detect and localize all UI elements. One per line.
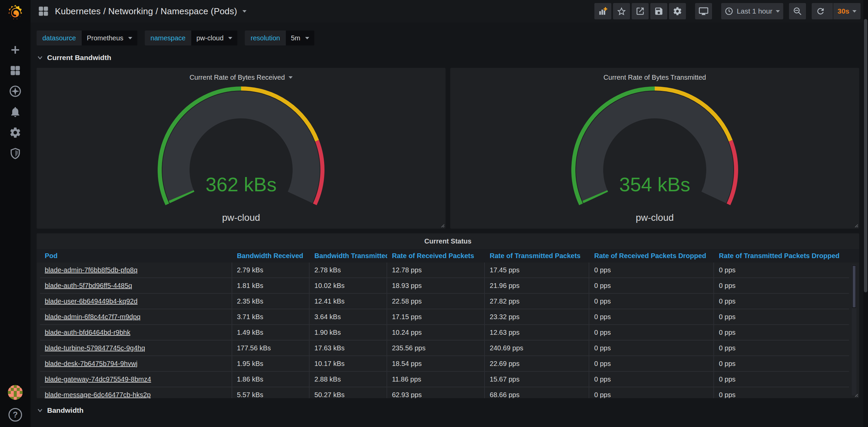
table-cell: 0 pps [589, 278, 714, 293]
column-header[interactable]: Rate of Transmitted Packets Dropped [714, 252, 849, 260]
refresh-control: 30s [812, 3, 861, 19]
explore-compass-icon[interactable] [8, 85, 23, 98]
datasource-value: Prometheus [87, 34, 123, 42]
table-cell: 21.96 pps [485, 278, 589, 293]
table-cell: 0 pps [714, 309, 849, 324]
table-row: blade-admin-7f6bb8f5db-pfp8q2.79 kBs2.78… [40, 263, 849, 278]
table-cell: 0 pps [714, 263, 849, 277]
page-scrollbar-thumb[interactable] [864, 19, 867, 292]
column-header[interactable]: Rate of Received Packets [387, 252, 485, 260]
server-admin-shield-icon[interactable] [8, 147, 23, 160]
refresh-interval-button[interactable]: 30s [833, 3, 861, 19]
pod-link[interactable]: blade-desk-7b6475b794-9hvwj [40, 356, 232, 371]
table-scrollbar-thumb[interactable] [852, 265, 856, 308]
column-header[interactable]: Rate of Transmitted Packets [485, 252, 589, 260]
page-scrollbar[interactable] [863, 0, 868, 427]
main-area: Kubernetes / Networking / Namespace (Pod… [31, 0, 868, 427]
column-header[interactable]: Pod [40, 252, 232, 260]
chevron-down-icon [37, 408, 43, 412]
table-cell: 2.78 kBs [310, 263, 387, 277]
dashboards-grid-icon[interactable] [8, 64, 23, 77]
variable-label: datasource [37, 31, 82, 45]
chevron-down-icon [128, 37, 132, 39]
grafana-logo-icon[interactable] [5, 3, 25, 23]
row-bandwidth[interactable]: Bandwidth [37, 404, 859, 416]
alerting-bell-icon[interactable] [8, 105, 23, 118]
table-row: blade-admin-6f8c44c7f7-m9dpq3.71 kBs3.64… [40, 309, 849, 325]
pod-link[interactable]: blade-auth-5f7bd96ff5-4485q [40, 278, 232, 293]
table-cell: 15.67 pps [485, 372, 589, 387]
table-cell: 22.58 pps [387, 294, 485, 309]
column-header[interactable]: Bandwidth Transmitted [310, 252, 387, 260]
chevron-down-icon [37, 56, 43, 60]
panel-title[interactable]: Current Status [37, 233, 859, 249]
datasource-select[interactable]: Prometheus [82, 31, 137, 45]
panel-title: Current Rate of Bytes Transmitted [604, 74, 706, 81]
time-range-picker[interactable]: Last 1 hour [721, 3, 783, 19]
gauge-series-label: pw-cloud [222, 212, 260, 223]
configuration-gear-icon[interactable] [8, 126, 23, 139]
table-cell: 0 pps [589, 309, 714, 324]
panel-bytes-received: Current Rate of Bytes Received 362 kBs p… [37, 68, 446, 229]
table-cell: 68.66 pps [485, 387, 589, 398]
add-panel-button[interactable] [594, 3, 611, 19]
dashboard-settings-button[interactable] [669, 3, 686, 19]
table-cell: 0 pps [589, 294, 714, 309]
table-cell: 18.54 pps [387, 356, 485, 371]
table-row: blade-gateway-74dc975549-8bmz41.86 kBs2.… [40, 372, 849, 387]
table-row: blade-turbine-579847745c-9g4hq177.56 kBs… [40, 341, 849, 356]
panel-resize-handle[interactable] [853, 392, 858, 397]
pod-link[interactable]: blade-turbine-579847745c-9g4hq [40, 341, 232, 355]
table-cell: 62.93 pps [387, 387, 485, 398]
pod-link[interactable]: blade-message-6dc46477cb-hks2p [40, 387, 232, 398]
column-header[interactable]: Rate of Received Packets Dropped [589, 252, 714, 260]
variable-label: namespace [145, 31, 191, 45]
section-title: Bandwidth [47, 406, 83, 414]
table-cell: 22.69 pps [485, 356, 589, 371]
pod-link[interactable]: blade-user-6b649449b4-kq92d [40, 294, 232, 309]
table-cell: 2.35 kBs [232, 294, 310, 309]
time-range-label: Last 1 hour [737, 7, 772, 15]
help-icon[interactable]: ? [8, 408, 22, 422]
pod-link[interactable]: blade-auth-bfd6464bd-r9bhk [40, 325, 232, 340]
table-cell: 5.57 kBs [232, 387, 310, 398]
panel-resize-handle[interactable] [853, 222, 858, 228]
table-cell: 0 pps [589, 387, 714, 398]
panel-title-button[interactable]: Current Rate of Bytes Received [190, 73, 293, 82]
gauge-bytes-received: 362 kBs [139, 83, 343, 212]
pod-link[interactable]: blade-admin-7f6bb8f5db-pfp8q [40, 263, 232, 277]
table-cell: 177.56 kBs [232, 341, 310, 355]
pod-link[interactable]: blade-gateway-74dc975549-8bmz4 [40, 372, 232, 387]
table-row: blade-auth-bfd6464bd-r9bhk1.49 kBs1.90 k… [40, 325, 849, 341]
create-plus-icon[interactable] [8, 43, 23, 56]
zoom-out-button[interactable] [789, 3, 806, 19]
user-avatar[interactable] [8, 385, 23, 400]
variable-resolution: resolution 5m [245, 31, 314, 45]
dashboard-title-button[interactable]: Kubernetes / Networking / Namespace (Pod… [37, 5, 594, 17]
sidebar: ? [0, 0, 31, 427]
pod-link[interactable]: blade-admin-6f8c44c7f7-m9dpq [40, 309, 232, 324]
share-button[interactable] [632, 3, 649, 19]
panel-resize-handle[interactable] [439, 222, 445, 228]
row-current-bandwidth[interactable]: Current Bandwidth [37, 52, 859, 64]
dashboard-grid-icon [37, 5, 50, 17]
cycle-view-mode-button[interactable] [695, 3, 712, 19]
table-cell: 12.63 pps [485, 325, 589, 340]
table-body: blade-admin-7f6bb8f5db-pfp8q2.79 kBs2.78… [37, 263, 859, 398]
save-button[interactable] [650, 3, 667, 19]
namespace-select[interactable]: pw-cloud [191, 31, 237, 45]
toolbar: Last 1 hour 30s [594, 3, 861, 19]
clock-icon [725, 7, 733, 16]
panel-title-button[interactable]: Current Rate of Bytes Transmitted [604, 73, 706, 82]
table-cell: 0 pps [714, 372, 849, 387]
star-button[interactable] [613, 3, 630, 19]
table-cell: 0 pps [589, 372, 714, 387]
title-caret-icon [242, 10, 246, 13]
table-cell: 0 pps [589, 341, 714, 355]
namespace-value: pw-cloud [196, 34, 223, 42]
resolution-select[interactable]: 5m [286, 31, 314, 45]
column-header[interactable]: Bandwidth Received [232, 252, 310, 260]
panel-current-status: Current Status PodBandwidth ReceivedBand… [37, 233, 859, 398]
refresh-button[interactable] [812, 3, 829, 19]
panel-menu-caret-icon [289, 76, 293, 79]
